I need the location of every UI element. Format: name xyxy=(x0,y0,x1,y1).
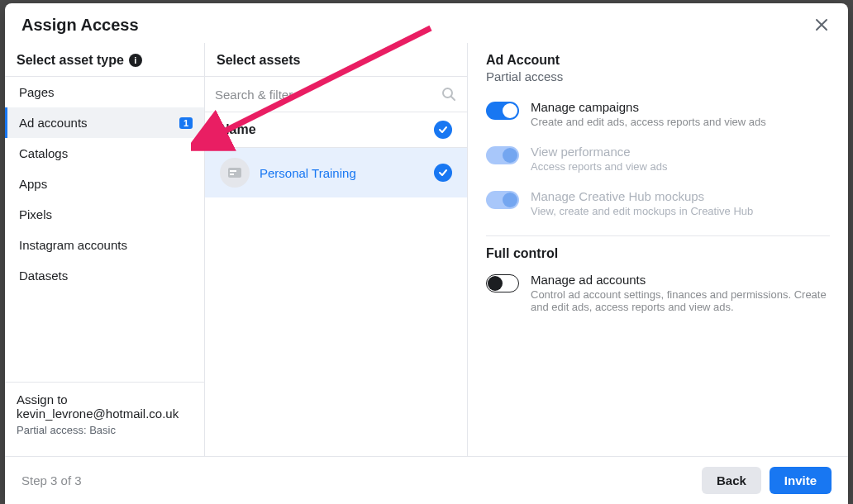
asset-type-label: Apps xyxy=(19,177,47,191)
ad-account-icon xyxy=(220,158,250,188)
invite-button[interactable]: Invite xyxy=(770,467,832,494)
back-button[interactable]: Back xyxy=(702,467,761,494)
close-icon xyxy=(815,18,828,31)
asset-type-item[interactable]: Apps xyxy=(5,169,204,199)
full-permissions-list: Manage ad accountsControl ad account set… xyxy=(486,264,830,321)
permission-desc: Control ad account settings, finances an… xyxy=(531,288,830,313)
assign-access-modal: Assign Access Select asset type i PagesA… xyxy=(5,3,848,504)
modal-header: Assign Access xyxy=(5,3,848,43)
assets-column: Select assets Name Personal Training xyxy=(205,43,468,456)
asset-label: Personal Training xyxy=(260,166,424,180)
permission-row: Manage ad accountsControl ad account set… xyxy=(486,264,830,321)
permission-toggle[interactable] xyxy=(486,274,519,292)
toggle-knob xyxy=(503,193,517,207)
asset-type-label: Pixels xyxy=(19,207,52,221)
asset-type-column: Select asset type i PagesAd accounts1Cat… xyxy=(5,43,205,456)
asset-type-label: Datasets xyxy=(19,269,68,283)
assign-to-label: Assign to xyxy=(17,392,193,407)
permission-text: Manage Creative Hub mockupsView, create … xyxy=(531,189,753,217)
search-input[interactable] xyxy=(215,88,441,102)
permission-title: Manage campaigns xyxy=(531,100,766,114)
step-indicator: Step 3 of 3 xyxy=(21,473,82,487)
asset-type-label: Instagram accounts xyxy=(19,238,127,252)
svg-rect-3 xyxy=(230,170,236,172)
permission-desc: Create and edit ads, access reports and … xyxy=(531,116,766,128)
modal-title: Assign Access xyxy=(21,16,139,35)
svg-line-1 xyxy=(451,97,455,100)
permission-row: Manage Creative Hub mockupsView, create … xyxy=(486,181,830,226)
search-row xyxy=(205,76,467,112)
asset-type-label: Ad accounts xyxy=(19,116,88,130)
svg-rect-2 xyxy=(228,168,241,178)
permission-desc: Access reports and view ads xyxy=(531,160,667,173)
permission-row: Manage campaignsCreate and edit ads, acc… xyxy=(486,92,830,136)
permission-text: Manage campaignsCreate and edit ads, acc… xyxy=(531,100,766,128)
asset-type-label: Catalogs xyxy=(19,146,68,160)
assets-name-header[interactable]: Name xyxy=(205,112,467,148)
info-icon[interactable]: i xyxy=(129,54,142,67)
search-icon xyxy=(441,86,457,102)
permission-title: View performance xyxy=(531,145,667,159)
asset-type-item[interactable]: Catalogs xyxy=(5,138,204,169)
asset-type-item[interactable]: Instagram accounts xyxy=(5,230,204,260)
asset-list: Personal Training xyxy=(205,148,467,197)
svg-rect-4 xyxy=(230,174,234,175)
close-button[interactable] xyxy=(812,15,832,35)
permission-toggle xyxy=(486,191,519,209)
asset-type-label: Pages xyxy=(19,85,55,99)
asset-row[interactable]: Personal Training xyxy=(205,148,467,197)
asset-type-item[interactable]: Pixels xyxy=(5,199,204,230)
asset-check[interactable] xyxy=(434,164,452,182)
check-icon xyxy=(438,168,448,178)
modal-body: Select asset type i PagesAd accounts1Cat… xyxy=(5,43,848,456)
name-header-label: Name xyxy=(220,122,256,137)
permission-toggle[interactable] xyxy=(486,102,519,120)
permission-row: View performanceAccess reports and view … xyxy=(486,136,830,181)
permissions-title: Ad Account xyxy=(486,53,830,68)
permission-text: Manage ad accountsControl ad account set… xyxy=(531,273,830,313)
permissions-column: Ad Account Partial access Manage campaig… xyxy=(468,43,848,456)
asset-type-item[interactable]: Ad accounts1 xyxy=(5,107,204,138)
select-all-check[interactable] xyxy=(434,121,452,139)
permission-toggle xyxy=(486,146,519,164)
asset-type-header: Select asset type i xyxy=(5,43,204,76)
asset-type-count-badge: 1 xyxy=(179,117,193,129)
permission-text: View performanceAccess reports and view … xyxy=(531,145,667,173)
modal-footer: Step 3 of 3 Back Invite xyxy=(5,456,848,504)
asset-type-header-label: Select asset type xyxy=(17,53,124,68)
assign-to-email: kevin_levrone@hotmail.co.uk xyxy=(17,407,193,421)
partial-permissions-list: Manage campaignsCreate and edit ads, acc… xyxy=(486,92,830,226)
asset-type-list: PagesAd accounts1CatalogsAppsPixelsInsta… xyxy=(5,76,204,291)
permission-desc: View, create and edit mockups in Creativ… xyxy=(531,205,753,217)
divider xyxy=(486,235,830,236)
partial-access-label: Partial access xyxy=(486,69,830,83)
assign-to-access: Partial access: Basic xyxy=(17,424,193,436)
toggle-knob xyxy=(488,276,503,291)
asset-type-item[interactable]: Pages xyxy=(5,77,204,107)
asset-type-item[interactable]: Datasets xyxy=(5,260,204,291)
assets-header: Select assets xyxy=(205,43,467,76)
toggle-knob xyxy=(503,103,517,118)
toggle-knob xyxy=(503,148,517,163)
check-icon xyxy=(438,125,448,135)
permission-title: Manage Creative Hub mockups xyxy=(531,189,753,203)
full-control-label: Full control xyxy=(486,246,830,261)
permission-title: Manage ad accounts xyxy=(531,273,830,287)
assignee-box: Assign to kevin_levrone@hotmail.co.uk Pa… xyxy=(5,382,204,456)
